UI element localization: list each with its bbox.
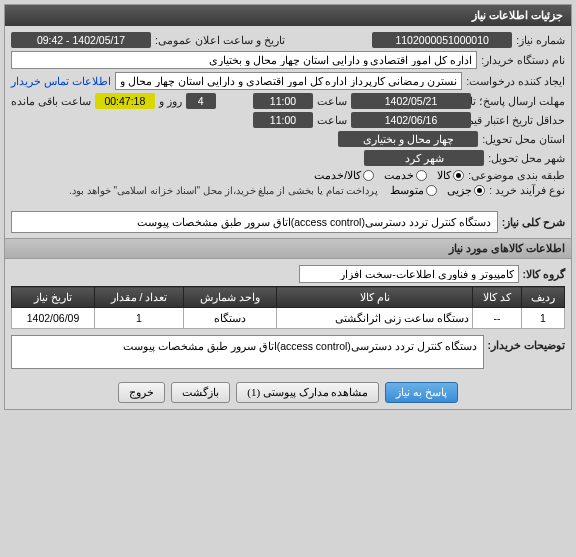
- cell-date: 1402/06/09: [12, 308, 95, 329]
- exit-button[interactable]: خروج: [118, 382, 165, 403]
- day-label: روز و: [159, 95, 182, 107]
- announce-value: 1402/05/17 - 09:42: [11, 32, 151, 48]
- th-idx: ردیف: [521, 287, 564, 308]
- back-button[interactable]: بازگشت: [171, 382, 230, 403]
- need-no-value: 1102000051000010: [372, 32, 512, 48]
- delivery-city-label: شهر محل تحویل:: [488, 152, 565, 164]
- cell-qty: 1: [95, 308, 184, 329]
- validity-date: 1402/06/16: [351, 112, 471, 128]
- validity-time: 11:00: [253, 112, 313, 128]
- cell-idx: 1: [521, 308, 564, 329]
- days-left: 4: [186, 93, 216, 109]
- need-desc-label: شرح کلی نیاز:: [502, 216, 565, 228]
- radio-goods-service[interactable]: کالا/خدمت: [314, 169, 374, 181]
- reply-button[interactable]: پاسخ به نیاز: [385, 382, 458, 403]
- footer-buttons: پاسخ به نیاز مشاهده مدارک پیوستی (1) باز…: [5, 374, 571, 409]
- group-input[interactable]: [299, 265, 519, 283]
- validity-label: حداقل تاریخ اعتبار قیمت؛ تا تاریخ:: [475, 114, 565, 126]
- hour-label-2: ساعت: [317, 114, 347, 126]
- need-details-panel: جزئیات اطلاعات نیاز شماره نیاز: 11020000…: [4, 4, 572, 410]
- th-code: کد کالا: [473, 287, 522, 308]
- radio-partial[interactable]: جزیی: [447, 184, 485, 196]
- attachments-button[interactable]: مشاهده مدارک پیوستی (1): [236, 382, 379, 403]
- process-label: نوع فرآیند خرید :: [489, 184, 565, 196]
- hour-label-1: ساعت: [317, 95, 347, 107]
- time-left: 00:47:18: [95, 93, 155, 109]
- reply-until-date: 1402/05/21: [351, 93, 471, 109]
- process-radio-group: جزیی متوسط: [390, 184, 485, 196]
- announce-label: تاریخ و ساعت اعلان عمومی:: [155, 34, 285, 46]
- cell-code: --: [473, 308, 522, 329]
- form-area: شماره نیاز: 1102000051000010 تاریخ و ساع…: [5, 26, 571, 201]
- reply-until-time: 11:00: [253, 93, 313, 109]
- th-qty: تعداد / مقدار: [95, 287, 184, 308]
- th-name: نام کالا: [277, 287, 473, 308]
- group-label: گروه کالا:: [523, 268, 565, 280]
- delivery-prov: چهار محال و بختیاری: [338, 131, 478, 147]
- delivery-city: شهر کرد: [364, 150, 484, 166]
- radio-dot-icon: [416, 170, 427, 181]
- radio-goods[interactable]: کالا: [437, 169, 464, 181]
- time-left-label: ساعت باقی مانده: [11, 95, 91, 107]
- contact-link[interactable]: اطلاعات تماس خریدار: [11, 75, 111, 87]
- category-radio-group: کالا خدمت کالا/خدمت: [314, 169, 464, 181]
- radio-dot-icon: [474, 185, 485, 196]
- buyer-notes-label: توضیحات خریدار:: [488, 335, 565, 351]
- th-date: تاریخ نیاز: [12, 287, 95, 308]
- requester-input[interactable]: [115, 72, 462, 90]
- need-no-label: شماره نیاز:: [516, 34, 565, 46]
- panel-title: جزئیات اطلاعات نیاز: [5, 5, 571, 26]
- radio-dot-icon: [453, 170, 464, 181]
- radio-dot-icon: [426, 185, 437, 196]
- items-table: ردیف کد کالا نام کالا واحد شمارش تعداد /…: [11, 286, 565, 329]
- radio-medium[interactable]: متوسط: [390, 184, 437, 196]
- buyer-label: نام دستگاه خریدار:: [481, 54, 565, 66]
- table-row[interactable]: 1 -- دستگاه ساعت زنی اثرانگشتی دستگاه 1 …: [12, 308, 565, 329]
- radio-service[interactable]: خدمت: [384, 169, 427, 181]
- cell-unit: دستگاه: [183, 308, 276, 329]
- requester-label: ایجاد کننده درخواست:: [466, 75, 565, 87]
- need-desc-box: دستگاه کنترل تردد دسترسی(access control)…: [11, 211, 498, 233]
- reply-until-label: مهلت ارسال پاسخ؛ تا تاریخ:: [475, 95, 565, 107]
- process-note: پرداخت تمام یا بخشی از مبلغ خرید،از محل …: [69, 185, 378, 196]
- radio-dot-icon: [363, 170, 374, 181]
- buyer-notes-box: دستگاه کنترل تردد دسترسی(access control)…: [11, 335, 484, 369]
- buyer-input[interactable]: [11, 51, 477, 69]
- table-header-row: ردیف کد کالا نام کالا واحد شمارش تعداد /…: [12, 287, 565, 308]
- delivery-prov-label: استان محل تحویل:: [482, 133, 565, 145]
- cell-name: دستگاه ساعت زنی اثرانگشتی: [277, 308, 473, 329]
- th-unit: واحد شمارش: [183, 287, 276, 308]
- category-label: طبقه بندی موضوعی:: [468, 169, 565, 181]
- items-section-title: اطلاعات کالاهای مورد نیاز: [5, 238, 571, 259]
